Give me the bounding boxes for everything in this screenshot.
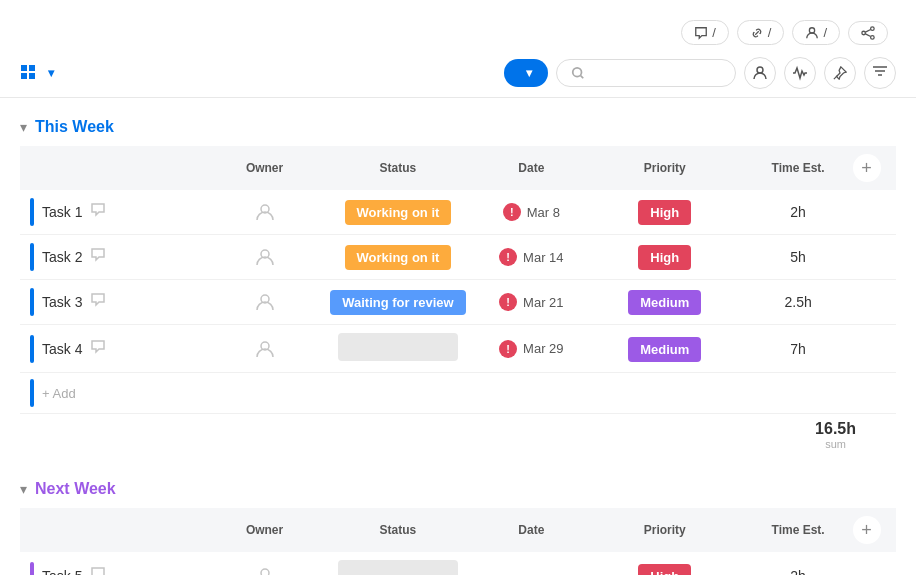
- col-header-5: Time Est.: [754, 508, 843, 552]
- owner-avatar[interactable]: [230, 338, 299, 360]
- people-button[interactable]: /: [792, 20, 840, 45]
- task-name: Task 4: [42, 341, 82, 357]
- add-task-row[interactable]: + Add: [20, 373, 896, 414]
- task-time-cell: 2.5h: [754, 280, 843, 325]
- row-actions-cell: [843, 552, 896, 575]
- sum-label: sum: [815, 438, 856, 450]
- overdue-icon: !: [499, 340, 517, 358]
- task-priority-cell: Medium: [576, 280, 754, 325]
- search-box[interactable]: [556, 59, 736, 87]
- task-priority-cell: Medium: [576, 325, 754, 373]
- group-color-bar: [30, 198, 34, 226]
- pin-button[interactable]: [824, 57, 856, 89]
- header: / / /: [0, 0, 916, 49]
- comment-icon[interactable]: [90, 247, 106, 267]
- comments-button[interactable]: /: [681, 20, 729, 45]
- add-column-button[interactable]: +: [853, 516, 881, 544]
- share-button[interactable]: [848, 21, 888, 45]
- group-toggle-icon[interactable]: ▾: [20, 119, 27, 135]
- task-name-cell: Task 1: [20, 190, 220, 235]
- task-status-cell: Working on it: [309, 190, 487, 235]
- owner-avatar[interactable]: [230, 291, 299, 313]
- comment-icon[interactable]: [90, 202, 106, 222]
- toolbar: ▾ ▾: [0, 49, 916, 98]
- group-color-bar: [30, 288, 34, 316]
- table-row: Task 5 High2h: [20, 552, 896, 575]
- table-row: Task 2 Working on it!Mar 14High5h: [20, 235, 896, 280]
- table-row: Task 4 !Mar 29Medium7h: [20, 325, 896, 373]
- row-actions-cell: [843, 325, 896, 373]
- activity-button[interactable]: [784, 57, 816, 89]
- sum-row: 16.5h sum: [20, 414, 896, 456]
- sum-box: 16.5h sum: [815, 420, 856, 450]
- person-filter-button[interactable]: [744, 57, 776, 89]
- group-color-bar: [30, 335, 34, 363]
- task-date: Mar 8: [527, 205, 560, 220]
- task-name-cell: Task 2: [20, 235, 220, 280]
- priority-badge[interactable]: High: [638, 564, 691, 576]
- priority-badge[interactable]: High: [638, 245, 691, 270]
- comment-icon[interactable]: [90, 292, 106, 312]
- group-toggle-icon[interactable]: ▾: [20, 481, 27, 497]
- task-name-cell: Task 5: [20, 552, 220, 575]
- col-header-1: Owner: [220, 508, 309, 552]
- task-name: Task 3: [42, 294, 82, 310]
- group-this-week: ▾ This Week OwnerStatusDatePriorityTime …: [20, 118, 896, 456]
- links-button[interactable]: /: [737, 20, 785, 45]
- col-header-6: +: [843, 508, 896, 552]
- task-status-cell: Waiting for review: [309, 280, 487, 325]
- status-badge-empty[interactable]: [338, 333, 458, 361]
- toolbar-right: ▾: [504, 57, 896, 89]
- task-name-cell: Task 3: [20, 280, 220, 325]
- status-badge[interactable]: Working on it: [345, 200, 452, 225]
- overdue-icon: !: [499, 248, 517, 266]
- svg-rect-4: [21, 65, 27, 71]
- task-name-cell: Task 4: [20, 325, 220, 373]
- task-owner-cell: [220, 280, 309, 325]
- row-actions-cell: [843, 235, 896, 280]
- owner-avatar[interactable]: [230, 201, 299, 223]
- svg-point-1: [871, 26, 875, 30]
- task-time-cell: 5h: [754, 235, 843, 280]
- task-date-cell: !Mar 29: [487, 325, 576, 373]
- group-title: This Week: [35, 118, 114, 136]
- task-time-cell: 2h: [754, 190, 843, 235]
- status-badge-empty[interactable]: [338, 560, 458, 575]
- task-time-cell: 7h: [754, 325, 843, 373]
- comment-icon[interactable]: [90, 339, 106, 359]
- task-date-cell: !Mar 14: [487, 235, 576, 280]
- comment-icon[interactable]: [90, 566, 106, 576]
- main-table-button[interactable]: ▾: [20, 64, 54, 83]
- owner-avatar[interactable]: [230, 565, 299, 576]
- new-item-button[interactable]: ▾: [504, 59, 548, 87]
- priority-badge[interactable]: Medium: [628, 337, 701, 362]
- svg-point-8: [573, 68, 582, 77]
- priority-badge[interactable]: High: [638, 200, 691, 225]
- links-count: /: [768, 25, 772, 40]
- task-time-cell: 2h: [754, 552, 843, 575]
- row-actions-cell: [843, 190, 896, 235]
- add-task-label[interactable]: + Add: [20, 373, 896, 414]
- add-column-button[interactable]: +: [853, 154, 881, 182]
- svg-rect-7: [29, 73, 35, 79]
- col-header-3: Date: [487, 146, 576, 190]
- task-table: OwnerStatusDatePriorityTime Est.+ Task 5…: [20, 508, 896, 575]
- group-header: ▾ This Week: [20, 118, 896, 136]
- overdue-icon: !: [499, 293, 517, 311]
- priority-badge[interactable]: Medium: [628, 290, 701, 315]
- col-header-6: +: [843, 146, 896, 190]
- svg-point-0: [810, 27, 815, 32]
- col-header-1: Owner: [220, 146, 309, 190]
- task-owner-cell: [220, 325, 309, 373]
- filter-button[interactable]: [864, 57, 896, 89]
- col-header-0: [20, 146, 220, 190]
- owner-avatar[interactable]: [230, 246, 299, 268]
- grid-icon: [20, 64, 36, 83]
- task-priority-cell: High: [576, 235, 754, 280]
- task-date-cell: !Mar 8: [487, 190, 576, 235]
- app-container: / / / ▾: [0, 0, 916, 575]
- task-owner-cell: [220, 235, 309, 280]
- task-date-cell: [487, 552, 576, 575]
- status-badge[interactable]: Waiting for review: [330, 290, 465, 315]
- status-badge[interactable]: Working on it: [345, 245, 452, 270]
